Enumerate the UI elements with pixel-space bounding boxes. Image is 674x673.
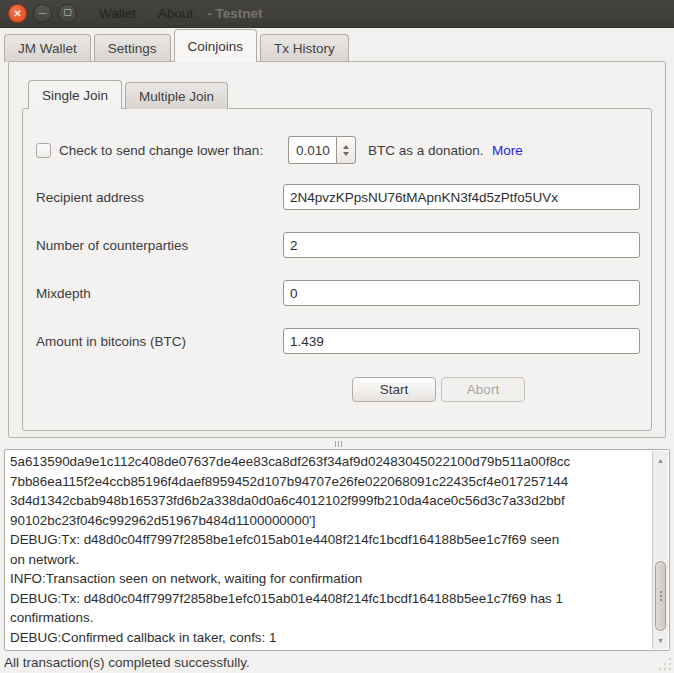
log-line: 5a613590da9e1c112c408de07637de4ee83ca8df… <box>10 452 649 472</box>
main-tab-bar: JM Wallet Settings Coinjoins Tx History <box>4 29 352 62</box>
menu-wallet[interactable]: Wallet <box>99 6 136 21</box>
amount-btc-label: Amount in bitcoins (BTC) <box>36 334 186 349</box>
log-line: DEBUG:Tx: d48d0c04ff7997f2858be1efc015ab… <box>10 589 649 609</box>
log-line: confirmations. <box>10 608 649 628</box>
start-button[interactable]: Start <box>352 377 436 402</box>
title-bar[interactable]: ✕ — ▢ Wallet About - Testnet <box>0 0 674 28</box>
tab-multiple-join[interactable]: Multiple Join <box>125 82 228 109</box>
log-line: 3d4d1342cbab948b165373fd6b2a338da0d0a6c4… <box>10 491 649 511</box>
log-line: on network. <box>10 550 649 570</box>
counterparties-input[interactable]: 2 <box>283 232 640 258</box>
minimize-icon: — <box>39 9 47 17</box>
window-title: - Testnet <box>207 6 262 21</box>
log-text: 5a613590da9e1c112c408de07637de4ee83ca8df… <box>10 452 649 648</box>
donation-amount-spinner[interactable]: 0.010 <box>288 136 356 164</box>
maximize-button[interactable]: ▢ <box>58 4 77 23</box>
splitter-handle[interactable] <box>330 441 346 447</box>
log-console[interactable]: 5a613590da9e1c112c408de07637de4ee83ca8df… <box>4 449 670 651</box>
minimize-button[interactable]: — <box>33 4 52 23</box>
tab-jm-wallet[interactable]: JM Wallet <box>4 34 91 62</box>
tab-coinjoins[interactable]: Coinjoins <box>174 29 258 62</box>
scrollbar-thumb[interactable] <box>655 561 666 631</box>
spinner-up-icon[interactable] <box>343 145 349 149</box>
status-message: All transaction(s) completed successfull… <box>4 655 250 670</box>
mixdepth-label: Mixdepth <box>36 286 91 301</box>
counterparties-label: Number of counterparties <box>36 238 188 253</box>
resize-grip[interactable] <box>657 656 671 670</box>
log-line: INFO:Transaction seen on network, waitin… <box>10 569 649 589</box>
scroll-down-icon[interactable]: ▼ <box>653 633 668 647</box>
tab-tx-history[interactable]: Tx History <box>260 34 349 62</box>
app-window: ✕ — ▢ Wallet About - Testnet JM Wallet S… <box>0 0 674 673</box>
log-line: 90102bc23f046c992962d51967b484d110000000… <box>10 511 649 531</box>
maximize-icon: ▢ <box>63 8 72 17</box>
donation-checkbox-label: Check to send change lower than: <box>59 143 263 158</box>
scrollbar-grip-icon <box>660 595 662 597</box>
tab-single-join[interactable]: Single Join <box>28 80 122 109</box>
join-tab-bar: Single Join Multiple Join <box>28 80 231 109</box>
donation-amount-value[interactable]: 0.010 <box>288 136 336 164</box>
log-line: DEBUG:Confirmed callback in taker, confs… <box>10 628 649 648</box>
recipient-address-input[interactable]: 2N4pvzKPpsNU76tMApnKN3f4d5zPtfo5UVx <box>283 184 640 210</box>
log-scrollbar[interactable]: ▲ ▼ <box>652 451 668 649</box>
mixdepth-input[interactable]: 0 <box>283 280 640 306</box>
scroll-up-icon[interactable]: ▲ <box>653 453 668 467</box>
amount-btc-input[interactable]: 1.439 <box>283 328 640 354</box>
close-button[interactable]: ✕ <box>8 4 27 23</box>
donation-checkbox[interactable] <box>36 143 51 158</box>
log-line: 7bb86ea115f2e4ccb85196f4daef8959452d107b… <box>10 472 649 492</box>
status-bar: All transaction(s) completed successfull… <box>0 651 674 673</box>
recipient-address-label: Recipient address <box>36 190 144 205</box>
donation-suffix-label: BTC as a donation. <box>368 143 484 158</box>
spinner-buttons[interactable] <box>336 136 356 164</box>
abort-button[interactable]: Abort <box>441 377 525 402</box>
menu-about[interactable]: About <box>158 6 193 21</box>
spinner-down-icon[interactable] <box>343 152 349 156</box>
tab-settings[interactable]: Settings <box>94 34 171 62</box>
donation-more-link[interactable]: More <box>492 143 523 158</box>
close-icon: ✕ <box>13 9 21 19</box>
log-line: DEBUG:Tx: d48d0c04ff7997f2858be1efc015ab… <box>10 530 649 550</box>
